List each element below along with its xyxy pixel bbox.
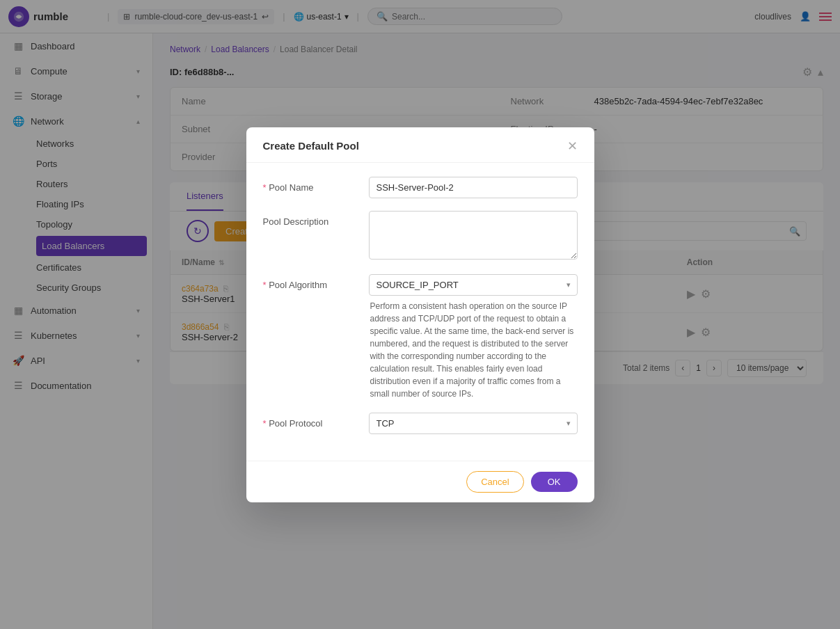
pool-desc-input[interactable] — [369, 211, 578, 260]
pool-protocol-wrap: TCP HTTP HTTPS — [369, 413, 578, 434]
modal-close-button[interactable]: ✕ — [567, 140, 578, 152]
cancel-button[interactable]: Cancel — [466, 471, 523, 493]
pool-protocol-select-wrap: TCP HTTP HTTPS — [369, 413, 578, 434]
pool-protocol-label: Pool Protocol — [263, 413, 360, 429]
pool-algo-label: Pool Algorithm — [263, 274, 360, 290]
form-row-pool-protocol: Pool Protocol TCP HTTP HTTPS — [263, 413, 578, 434]
modal-body: Pool Name Pool Description Pool Algorith… — [246, 163, 594, 461]
form-row-pool-name: Pool Name — [263, 177, 578, 198]
modal-header: Create Default Pool ✕ — [246, 127, 594, 163]
modal-title: Create Default Pool — [263, 140, 359, 152]
create-pool-modal: Create Default Pool ✕ Pool Name Pool Des… — [246, 127, 594, 502]
algo-hint-text: Perform a consistent hash operation on t… — [369, 300, 578, 400]
form-row-pool-algo: Pool Algorithm ROUND_ROBIN LEAST_CONNECT… — [263, 274, 578, 400]
pool-algo-select-wrap: ROUND_ROBIN LEAST_CONNECTIONS SOURCE_IP_… — [369, 274, 578, 296]
form-row-pool-desc: Pool Description — [263, 211, 578, 262]
pool-protocol-select[interactable]: TCP HTTP HTTPS — [369, 413, 578, 434]
pool-algo-wrap: ROUND_ROBIN LEAST_CONNECTIONS SOURCE_IP_… — [369, 274, 578, 400]
pool-name-wrap — [369, 177, 578, 198]
pool-desc-label: Pool Description — [263, 211, 360, 227]
modal-overlay: Create Default Pool ✕ Pool Name Pool Des… — [0, 0, 840, 629]
modal-footer: Cancel OK — [246, 461, 594, 502]
pool-name-input[interactable] — [369, 177, 578, 198]
pool-desc-wrap — [369, 211, 578, 262]
pool-algo-select[interactable]: ROUND_ROBIN LEAST_CONNECTIONS SOURCE_IP_… — [369, 274, 578, 296]
ok-button[interactable]: OK — [531, 472, 578, 492]
pool-name-label: Pool Name — [263, 177, 360, 193]
